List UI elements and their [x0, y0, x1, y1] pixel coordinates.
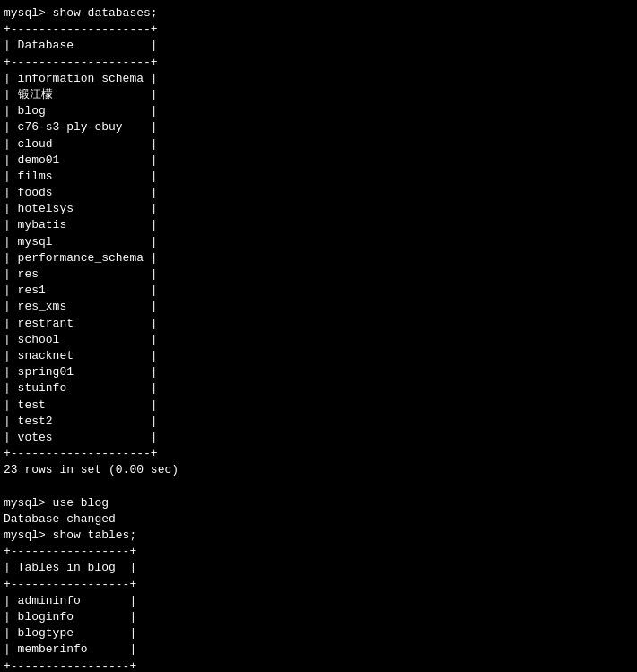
cmd-use-blog: mysql> use blog [4, 495, 633, 511]
table2-bottom-border: +-----------------+ [4, 659, 633, 673]
table2-sep-border: +-----------------+ [4, 577, 633, 593]
db-row-10: | mybatis | [4, 217, 633, 233]
db-row-1: | information_schema | [4, 71, 633, 87]
db-row-17: | school | [4, 332, 633, 348]
db-row-22: | test2 | [4, 414, 633, 430]
db-row-11: | mysql | [4, 234, 633, 250]
table-bottom-border: +--------------------+ [4, 446, 633, 462]
db-row-12: | performance_schema | [4, 250, 633, 266]
blank-line-1 [4, 478, 633, 494]
db-row-21: | test | [4, 397, 633, 414]
table-top-border: +--------------------+ [4, 22, 633, 38]
db-row-8: | foods | [4, 185, 633, 201]
db-row-18: | snacknet | [4, 348, 633, 364]
table-row-4: | memberinfo | [4, 641, 633, 658]
db-row-16: | restrant | [4, 316, 633, 332]
cmd-show-databases: mysql> show databases; [4, 5, 633, 22]
rows-count-1: 23 rows in set (0.00 sec) [4, 462, 633, 478]
db-row-2: | 锻江檬 | [4, 87, 633, 103]
db-row-13: | res | [4, 266, 633, 283]
db-row-20: | stuinfo | [4, 380, 633, 397]
db-row-15: | res_xms | [4, 299, 633, 315]
db-row-23: | votes | [4, 430, 633, 446]
table-row-2: | bloginfo | [4, 609, 633, 625]
table2-top-border: +-----------------+ [4, 544, 633, 560]
table-header: | Database | [4, 38, 633, 54]
db-row-6: | demo01 | [4, 153, 633, 169]
table-row-3: | blogtype | [4, 625, 633, 641]
db-changed-msg: Database changed [4, 511, 633, 528]
db-row-3: | blog | [4, 103, 633, 119]
db-row-7: | films | [4, 169, 633, 185]
db-row-9: | hotelsys | [4, 201, 633, 217]
db-row-4: | c76-s3-ply-ebuy | [4, 119, 633, 135]
db-row-5: | cloud | [4, 136, 633, 153]
table2-header: | Tables_in_blog | [4, 560, 633, 576]
db-row-19: | spring01 | [4, 364, 633, 380]
db-row-14: | res1 | [4, 283, 633, 299]
table-row-1: | admininfo | [4, 593, 633, 609]
terminal-window: mysql> show databases; +----------------… [0, 0, 637, 672]
table-sep-border: +--------------------+ [4, 55, 633, 71]
cmd-show-tables: mysql> show tables; [4, 528, 633, 544]
